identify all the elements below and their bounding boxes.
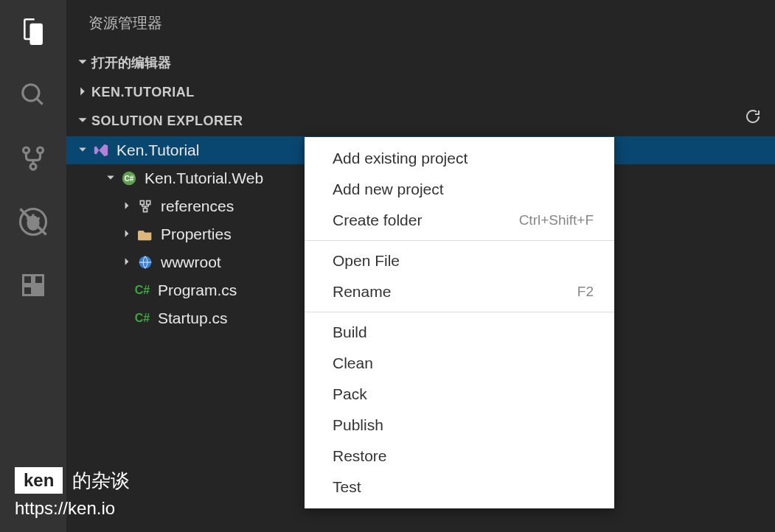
menu-label: Build bbox=[333, 323, 367, 341]
svg-point-3 bbox=[38, 147, 44, 153]
menu-separator bbox=[305, 312, 614, 312]
tree-label: Startup.cs bbox=[158, 309, 228, 327]
svg-rect-11 bbox=[24, 276, 32, 284]
menu-add-existing-project[interactable]: Add existing project bbox=[305, 143, 614, 174]
debug-icon[interactable] bbox=[13, 201, 54, 242]
source-control-icon[interactable] bbox=[13, 138, 54, 179]
svg-line-9 bbox=[37, 218, 40, 220]
tree-label: references bbox=[161, 197, 234, 215]
menu-shortcut: F2 bbox=[577, 284, 594, 300]
watermark-text: 的杂谈 bbox=[72, 468, 130, 494]
svg-rect-13 bbox=[24, 287, 32, 295]
menu-clean[interactable]: Clean bbox=[305, 348, 614, 379]
tree-label: Properties bbox=[161, 225, 232, 243]
explorer-icon[interactable] bbox=[13, 11, 54, 52]
refresh-icon[interactable] bbox=[744, 108, 762, 128]
svg-point-0 bbox=[23, 85, 39, 101]
menu-shortcut: Ctrl+Shift+F bbox=[519, 212, 594, 228]
panel-title: 资源管理器 bbox=[66, 0, 775, 49]
csharp-file-icon: C# bbox=[133, 284, 152, 297]
menu-pack[interactable]: Pack bbox=[305, 379, 614, 410]
menu-open-file[interactable]: Open File bbox=[305, 245, 614, 276]
menu-rename[interactable]: Rename F2 bbox=[305, 276, 614, 307]
section-label: KEN.TUTORIAL bbox=[91, 85, 195, 100]
extensions-icon[interactable] bbox=[13, 265, 54, 306]
menu-restore[interactable]: Restore bbox=[305, 441, 614, 472]
menu-label: Pack bbox=[333, 385, 367, 403]
menu-test[interactable]: Test bbox=[305, 472, 614, 503]
watermark-url: https://ken.io bbox=[15, 498, 115, 519]
chevron-down-icon bbox=[102, 172, 119, 184]
section-label: SOLUTION EXPLORER bbox=[91, 113, 243, 129]
tree-label: wwwroot bbox=[161, 253, 221, 271]
chevron-right-icon bbox=[118, 200, 136, 212]
menu-label: Test bbox=[333, 478, 361, 496]
wwwroot-icon bbox=[136, 255, 155, 270]
svg-line-1 bbox=[37, 99, 43, 105]
menu-create-folder[interactable]: Create folder Ctrl+Shift+F bbox=[305, 205, 614, 236]
svg-point-4 bbox=[30, 164, 36, 169]
references-icon bbox=[136, 199, 155, 214]
visual-studio-icon bbox=[91, 142, 111, 158]
tree-label: Program.cs bbox=[158, 281, 237, 299]
context-menu: Add existing project Add new project Cre… bbox=[305, 137, 614, 508]
chevron-right-icon bbox=[74, 85, 91, 100]
svg-rect-14 bbox=[35, 287, 44, 295]
watermark-badge: ken bbox=[15, 467, 63, 494]
menu-separator bbox=[305, 240, 614, 241]
section-ken-tutorial[interactable]: KEN.TUTORIAL bbox=[66, 80, 775, 105]
svg-rect-18 bbox=[147, 201, 150, 205]
menu-add-new-project[interactable]: Add new project bbox=[305, 174, 614, 205]
menu-label: Add existing project bbox=[333, 150, 468, 167]
menu-label: Clean bbox=[333, 354, 373, 372]
chevron-right-icon bbox=[118, 256, 136, 268]
menu-label: Restore bbox=[333, 447, 387, 465]
csharp-file-icon: C# bbox=[133, 312, 152, 325]
svg-text:C#: C# bbox=[125, 175, 134, 183]
menu-label: Rename bbox=[333, 283, 391, 301]
folder-icon bbox=[136, 228, 155, 241]
chevron-down-icon bbox=[74, 113, 91, 129]
svg-rect-12 bbox=[35, 276, 44, 284]
csharp-project-icon: C# bbox=[119, 170, 139, 186]
menu-publish[interactable]: Publish bbox=[305, 410, 614, 441]
svg-point-2 bbox=[24, 147, 29, 153]
tree-label: Ken.Tutorial.Web bbox=[145, 169, 263, 187]
chevron-down-icon bbox=[74, 144, 91, 156]
chevron-down-icon bbox=[74, 55, 91, 71]
svg-rect-17 bbox=[140, 201, 144, 205]
tree-label: Ken.Tutorial bbox=[117, 141, 199, 159]
menu-build[interactable]: Build bbox=[305, 317, 614, 348]
section-label: 打开的编辑器 bbox=[91, 54, 171, 71]
activity-bar bbox=[0, 0, 66, 532]
section-solution-explorer[interactable]: SOLUTION EXPLORER bbox=[66, 109, 775, 133]
chevron-right-icon bbox=[118, 228, 136, 240]
svg-rect-19 bbox=[144, 209, 147, 212]
menu-label: Add new project bbox=[333, 181, 444, 198]
menu-label: Open File bbox=[333, 252, 400, 270]
menu-label: Publish bbox=[333, 416, 383, 434]
menu-label: Create folder bbox=[333, 211, 422, 229]
section-open-editors[interactable]: 打开的编辑器 bbox=[66, 49, 775, 76]
search-icon[interactable] bbox=[13, 74, 54, 116]
